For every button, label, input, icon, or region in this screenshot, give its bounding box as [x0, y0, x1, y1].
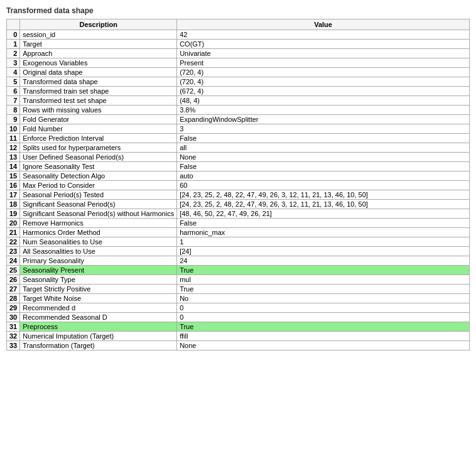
row-index: 0: [7, 30, 20, 40]
row-description: Significant Seasonal Period(s): [20, 200, 177, 209]
table-row: 32Numerical Imputation (Target)ffill: [7, 332, 470, 341]
row-description: Target: [20, 40, 177, 49]
row-index: 8: [7, 106, 20, 115]
row-description: All Seasonalities to Use: [20, 247, 177, 256]
table-row: 11Enforce Prediction IntervalFalse: [7, 134, 470, 143]
row-index: 4: [7, 68, 20, 77]
row-value: (672, 4): [177, 87, 470, 96]
row-value: [24, 23, 25, 2, 48, 22, 47, 49, 26, 3, 1…: [177, 200, 470, 209]
section-title: Transformed data shape: [6, 6, 470, 15]
row-description: Num Seasonalities to Use: [20, 237, 177, 247]
row-description: Rows with missing values: [20, 106, 177, 115]
row-index: 18: [7, 200, 20, 209]
table-row: 30Recommended Seasonal D0: [7, 313, 470, 322]
table-row: 23All Seasonalities to Use[24]: [7, 247, 470, 256]
row-value: CO(GT): [177, 40, 470, 49]
table-row: 13User Defined Seasonal Period(s)None: [7, 153, 470, 162]
row-value: True: [177, 266, 470, 275]
row-value: Univariate: [177, 49, 470, 58]
row-value: 3.8%: [177, 106, 470, 115]
row-value: None: [177, 341, 470, 350]
row-index: 26: [7, 275, 20, 285]
table-row: 7Transformed test set shape(48, 4): [7, 96, 470, 106]
table-row: 8Rows with missing values3.8%: [7, 106, 470, 115]
row-index: 22: [7, 237, 20, 247]
row-description: User Defined Seasonal Period(s): [20, 153, 177, 162]
table-row: 27Target Strictly PositiveTrue: [7, 285, 470, 294]
row-index: 25: [7, 266, 20, 275]
row-index: 21: [7, 228, 20, 237]
table-row: 26Seasonality Typemul: [7, 275, 470, 285]
table-row: 9Fold GeneratorExpandingWindowSplitter: [7, 115, 470, 124]
row-description: Recommended d: [20, 303, 177, 313]
row-description: Recommended Seasonal D: [20, 313, 177, 322]
row-value: mul: [177, 275, 470, 285]
table-row: 15Seasonality Detection Algoauto: [7, 171, 470, 181]
row-description: Seasonal Period(s) Tested: [20, 190, 177, 200]
row-description: Primary Seasonality: [20, 256, 177, 266]
row-description: Fold Number: [20, 124, 177, 134]
data-table: Description Value 0session_id421TargetCO…: [6, 19, 470, 350]
row-description: Seasonality Detection Algo: [20, 171, 177, 181]
row-index: 11: [7, 134, 20, 143]
row-value: True: [177, 322, 470, 332]
row-value: None: [177, 153, 470, 162]
row-value: ffill: [177, 332, 470, 341]
table-row: 31PreprocessTrue: [7, 322, 470, 332]
table-row: 1TargetCO(GT): [7, 40, 470, 49]
row-value: 0: [177, 313, 470, 322]
row-index: 17: [7, 190, 20, 200]
col-header-description: Description: [20, 19, 177, 30]
row-index: 9: [7, 115, 20, 124]
table-row: 0session_id42: [7, 30, 470, 40]
row-value: [48, 46, 50, 22, 47, 49, 26, 21]: [177, 209, 470, 219]
table-row: 24Primary Seasonality24: [7, 256, 470, 266]
row-index: 23: [7, 247, 20, 256]
row-description: Original data shape: [20, 68, 177, 77]
row-index: 2: [7, 49, 20, 58]
row-value: False: [177, 162, 470, 171]
row-value: False: [177, 219, 470, 228]
row-value: all: [177, 143, 470, 153]
row-description: Splits used for hyperparameters: [20, 143, 177, 153]
row-value: (720, 4): [177, 68, 470, 77]
row-index: 7: [7, 96, 20, 106]
row-description: Approach: [20, 49, 177, 58]
table-row: 22Num Seasonalities to Use1: [7, 237, 470, 247]
row-index: 19: [7, 209, 20, 219]
table-row: 18Significant Seasonal Period(s)[24, 23,…: [7, 200, 470, 209]
table-row: 12Splits used for hyperparametersall: [7, 143, 470, 153]
row-value: Present: [177, 58, 470, 68]
col-header-value: Value: [177, 19, 470, 30]
row-description: Significant Seasonal Period(s) without H…: [20, 209, 177, 219]
row-index: 16: [7, 181, 20, 190]
table-row: 6Transformed train set shape(672, 4): [7, 87, 470, 96]
table-row: 5Transformed data shape(720, 4): [7, 77, 470, 87]
row-description: Preprocess: [20, 322, 177, 332]
row-index: 10: [7, 124, 20, 134]
table-row: 2ApproachUnivariate: [7, 49, 470, 58]
table-row: 10Fold Number3: [7, 124, 470, 134]
row-description: Transformed train set shape: [20, 87, 177, 96]
table-row: 14Ignore Seasonality TestFalse: [7, 162, 470, 171]
row-description: Target White Noise: [20, 294, 177, 303]
table-row: 29Recommended d0: [7, 303, 470, 313]
table-row: 20Remove HarmonicsFalse: [7, 219, 470, 228]
row-index: 27: [7, 285, 20, 294]
row-value: [24, 23, 25, 2, 48, 22, 47, 49, 26, 3, 1…: [177, 190, 470, 200]
row-value: 24: [177, 256, 470, 266]
row-description: Exogenous Variables: [20, 58, 177, 68]
row-value: 60: [177, 181, 470, 190]
row-value: (48, 4): [177, 96, 470, 106]
table-row: 16Max Period to Consider60: [7, 181, 470, 190]
row-value: True: [177, 285, 470, 294]
row-value: auto: [177, 171, 470, 181]
row-description: Harmonics Order Method: [20, 228, 177, 237]
col-header-index: [7, 19, 20, 30]
row-value: No: [177, 294, 470, 303]
row-index: 5: [7, 77, 20, 87]
table-row: 33Transformation (Target)None: [7, 341, 470, 350]
row-value: 42: [177, 30, 470, 40]
row-index: 30: [7, 313, 20, 322]
row-value: 3: [177, 124, 470, 134]
